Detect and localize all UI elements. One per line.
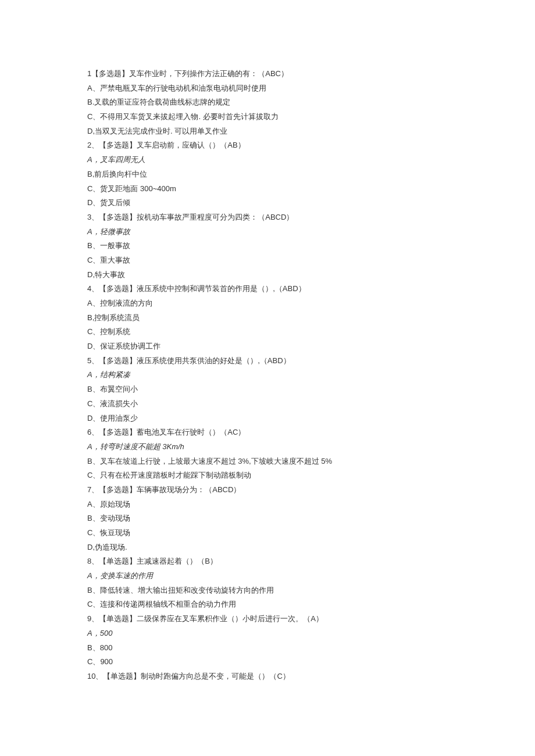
text-line: A，500 [87,626,448,641]
text-line: C、液流损失小 [87,397,448,411]
text-line: D,特大事故 [87,268,448,282]
text-line: A、原始现场 [87,497,448,512]
text-line: 10、【单选题】制动时跑偏方向总是不变，可能是（）（C） [87,669,448,684]
text-line: D、保证系统协调工作 [87,339,448,354]
text-line: C、连接和传递两根轴线不相重合的动力作用 [87,597,448,612]
text-line: 7、【多选题】车辆事故现场分为：（ABCD） [87,483,448,497]
text-line: C、货叉距地面 300~400m [87,182,448,196]
text-line: 9、【单选题】二级保养应在叉车累积作业（）小时后进行一次。（A） [87,612,448,626]
text-line: C、控制系统 [87,325,448,339]
text-line: B.叉载的重证应符合载荷曲线标志牌的规定 [87,95,448,110]
document-page: 1【多选题】叉车作业时，下列操作方法正确的有：（ABC）A、严禁电瓶叉车的行驶电… [0,0,535,756]
text-line: B、布翼空间小 [87,382,448,397]
text-line: C、恢豆现场 [87,526,448,540]
text-line: D,伪造现场. [87,540,448,555]
text-line: A，叉车四周无人 [87,153,448,167]
text-line: B、一般事故 [87,239,448,253]
text-line: A，变换车速的作用 [87,569,448,583]
text-line: 2、【多选题】叉车启动前，应确认（）（AB） [87,138,448,153]
text-line: B、降低转速、增大输出扭矩和改变传动旋转方向的作用 [87,583,448,598]
text-line: C、900 [87,655,448,669]
text-line: B,前后换向杆中位 [87,167,448,182]
text-line: D,当双叉无法完成作业时. 可以用单叉作业 [87,124,448,139]
text-line: 4、【多选题】液压系统中控制和调节装首的作用是（）,（ABD） [87,282,448,296]
text-line: A、严禁电瓶叉车的行驶电动机和油泵电动机同时使用 [87,81,448,96]
text-line: B、变动现场 [87,511,448,526]
text-line: 8、【单选题】主减速器起着（）（B） [87,554,448,569]
text-line: C、重大事故 [87,253,448,268]
text-line: B、800 [87,641,448,655]
text-line: A，结构紧凑 [87,368,448,382]
text-line: C、只有在松开速度踏板时才能踩下制动踏板制动 [87,468,448,483]
text-line: D、使用油泵少 [87,411,448,426]
text-line: A，转弯时速度不能超 3Km/h [87,440,448,454]
text-line: A、控制液流的方向 [87,296,448,311]
text-line: D、货叉后倾 [87,196,448,210]
text-line: 5、【多选题】液压系统使用共泵供油的好处是（）,（ABD） [87,354,448,368]
text-line: 1【多选题】叉车作业时，下列操作方法正确的有：（ABC） [87,67,448,81]
document-content: 1【多选题】叉车作业时，下列操作方法正确的有：（ABC）A、严禁电瓶叉车的行驶电… [87,67,448,684]
text-line: B、叉车在坡道上行驶，上坡最大速度不超过 3%,下坡岐大速度不超过 5% [87,454,448,469]
text-line: 6、【多选题】蓄电池叉车在行驶时（）（AC） [87,425,448,440]
text-line: C、不得用又车货叉来拔起埋入物. 必要时首先计算拔取力 [87,110,448,124]
text-line: A，轻微事故 [87,225,448,239]
text-line: B,控制系统流员 [87,311,448,325]
text-line: 3、【多选题】按机动车事故严重程度可分为四类：（ABCD） [87,210,448,225]
